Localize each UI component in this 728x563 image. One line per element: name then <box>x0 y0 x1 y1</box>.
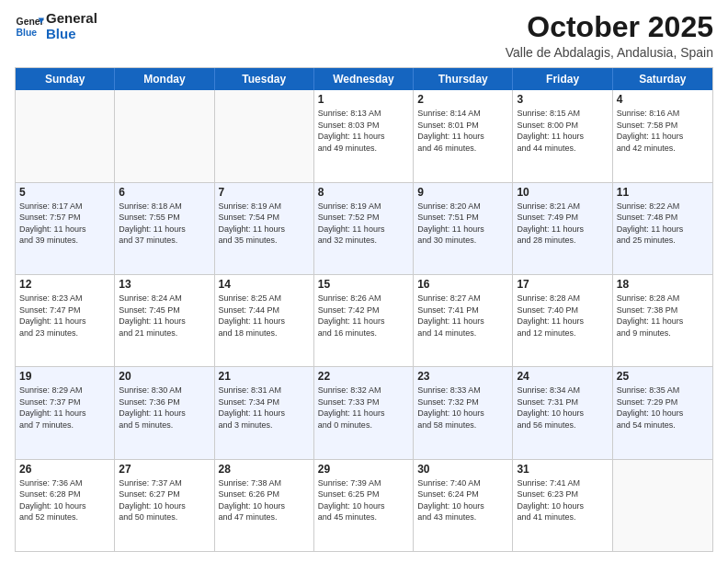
week-row: 12Sunrise: 8:23 AM Sunset: 7:47 PM Dayli… <box>16 275 712 367</box>
day-info: Sunrise: 8:28 AM Sunset: 7:38 PM Dayligh… <box>617 293 709 339</box>
week-row: 5Sunrise: 8:17 AM Sunset: 7:57 PM Daylig… <box>16 183 712 275</box>
day-info: Sunrise: 8:19 AM Sunset: 7:52 PM Dayligh… <box>318 201 409 247</box>
day-cell: 25Sunrise: 8:35 AM Sunset: 7:29 PM Dayli… <box>613 367 712 458</box>
week-row: 26Sunrise: 7:36 AM Sunset: 6:28 PM Dayli… <box>16 460 712 551</box>
day-cell: 6Sunrise: 8:18 AM Sunset: 7:55 PM Daylig… <box>115 183 214 274</box>
day-number: 6 <box>119 186 210 199</box>
day-info: Sunrise: 8:34 AM Sunset: 7:31 PM Dayligh… <box>517 385 608 431</box>
day-info: Sunrise: 8:20 AM Sunset: 7:51 PM Dayligh… <box>417 201 508 247</box>
day-info: Sunrise: 8:17 AM Sunset: 7:57 PM Dayligh… <box>19 201 110 247</box>
day-cell: 5Sunrise: 8:17 AM Sunset: 7:57 PM Daylig… <box>16 183 115 274</box>
day-info: Sunrise: 8:21 AM Sunset: 7:49 PM Dayligh… <box>517 201 608 247</box>
day-info: Sunrise: 8:14 AM Sunset: 8:01 PM Dayligh… <box>417 108 508 154</box>
day-number: 21 <box>219 370 310 383</box>
day-cell: 17Sunrise: 8:28 AM Sunset: 7:40 PM Dayli… <box>513 275 612 366</box>
day-info: Sunrise: 8:13 AM Sunset: 8:03 PM Dayligh… <box>318 108 409 154</box>
day-info: Sunrise: 8:25 AM Sunset: 7:44 PM Dayligh… <box>219 293 310 339</box>
day-info: Sunrise: 7:37 AM Sunset: 6:27 PM Dayligh… <box>119 477 210 523</box>
day-cell: 3Sunrise: 8:15 AM Sunset: 8:00 PM Daylig… <box>513 90 612 181</box>
day-info: Sunrise: 8:29 AM Sunset: 7:37 PM Dayligh… <box>19 385 110 431</box>
day-info: Sunrise: 8:19 AM Sunset: 7:54 PM Dayligh… <box>219 201 310 247</box>
day-cell <box>115 90 214 181</box>
day-cell: 14Sunrise: 8:25 AM Sunset: 7:44 PM Dayli… <box>215 275 314 366</box>
day-cell: 12Sunrise: 8:23 AM Sunset: 7:47 PM Dayli… <box>16 275 115 366</box>
day-number: 4 <box>617 93 709 106</box>
day-cell: 18Sunrise: 8:28 AM Sunset: 7:38 PM Dayli… <box>613 275 712 366</box>
day-cell: 27Sunrise: 7:37 AM Sunset: 6:27 PM Dayli… <box>115 460 214 551</box>
day-number: 13 <box>119 278 210 291</box>
day-info: Sunrise: 8:23 AM Sunset: 7:47 PM Dayligh… <box>19 293 110 339</box>
day-cell: 28Sunrise: 7:38 AM Sunset: 6:26 PM Dayli… <box>215 460 314 551</box>
day-cell: 10Sunrise: 8:21 AM Sunset: 7:49 PM Dayli… <box>513 183 612 274</box>
day-number: 14 <box>219 278 310 291</box>
day-header: Thursday <box>414 68 513 90</box>
day-number: 20 <box>119 370 210 383</box>
day-cell: 4Sunrise: 8:16 AM Sunset: 7:58 PM Daylig… <box>613 90 712 181</box>
title-section: October 2025 Valle de Abdalagis, Andalus… <box>506 11 713 60</box>
day-header: Friday <box>513 68 612 90</box>
day-cell: 31Sunrise: 7:41 AM Sunset: 6:23 PM Dayli… <box>513 460 612 551</box>
day-number: 15 <box>318 278 409 291</box>
day-number: 8 <box>318 186 409 199</box>
day-cell: 8Sunrise: 8:19 AM Sunset: 7:52 PM Daylig… <box>314 183 414 274</box>
day-cell: 26Sunrise: 7:36 AM Sunset: 6:28 PM Dayli… <box>16 460 115 551</box>
day-number: 1 <box>318 93 409 106</box>
day-cell: 29Sunrise: 7:39 AM Sunset: 6:25 PM Dayli… <box>314 460 414 551</box>
day-info: Sunrise: 8:26 AM Sunset: 7:42 PM Dayligh… <box>318 293 409 339</box>
day-number: 17 <box>517 278 608 291</box>
day-info: Sunrise: 7:38 AM Sunset: 6:26 PM Dayligh… <box>219 477 310 523</box>
day-info: Sunrise: 8:35 AM Sunset: 7:29 PM Dayligh… <box>617 385 709 431</box>
day-cell <box>613 460 712 551</box>
day-info: Sunrise: 8:33 AM Sunset: 7:32 PM Dayligh… <box>417 385 508 431</box>
day-number: 5 <box>19 186 110 199</box>
day-number: 25 <box>617 370 709 383</box>
day-info: Sunrise: 8:30 AM Sunset: 7:36 PM Dayligh… <box>119 385 210 431</box>
logo-blue: Blue <box>46 27 97 42</box>
day-info: Sunrise: 7:36 AM Sunset: 6:28 PM Dayligh… <box>19 477 110 523</box>
day-number: 24 <box>517 370 608 383</box>
day-info: Sunrise: 8:27 AM Sunset: 7:41 PM Dayligh… <box>417 293 508 339</box>
day-info: Sunrise: 8:31 AM Sunset: 7:34 PM Dayligh… <box>219 385 310 431</box>
svg-text:Blue: Blue <box>17 27 38 37</box>
day-cell: 23Sunrise: 8:33 AM Sunset: 7:32 PM Dayli… <box>414 367 513 458</box>
day-header: Sunday <box>16 68 115 90</box>
day-number: 26 <box>19 463 110 476</box>
day-info: Sunrise: 8:18 AM Sunset: 7:55 PM Dayligh… <box>119 201 210 247</box>
day-info: Sunrise: 7:41 AM Sunset: 6:23 PM Dayligh… <box>517 477 608 523</box>
day-cell: 9Sunrise: 8:20 AM Sunset: 7:51 PM Daylig… <box>414 183 513 274</box>
logo-general: General <box>46 11 97 27</box>
day-cell: 20Sunrise: 8:30 AM Sunset: 7:36 PM Dayli… <box>115 367 214 458</box>
day-cell: 15Sunrise: 8:26 AM Sunset: 7:42 PM Dayli… <box>314 275 414 366</box>
day-info: Sunrise: 8:16 AM Sunset: 7:58 PM Dayligh… <box>617 108 709 154</box>
day-info: Sunrise: 8:28 AM Sunset: 7:40 PM Dayligh… <box>517 293 608 339</box>
day-number: 2 <box>417 93 508 106</box>
day-number: 22 <box>318 370 409 383</box>
day-number: 3 <box>517 93 608 106</box>
logo-icon: General Blue <box>15 12 44 41</box>
location: Valle de Abdalagis, Andalusia, Spain <box>506 45 713 60</box>
day-info: Sunrise: 8:24 AM Sunset: 7:45 PM Dayligh… <box>119 293 210 339</box>
day-info: Sunrise: 7:39 AM Sunset: 6:25 PM Dayligh… <box>318 477 409 523</box>
day-number: 18 <box>617 278 709 291</box>
day-number: 29 <box>318 463 409 476</box>
month-title: October 2025 <box>506 11 713 43</box>
day-header: Tuesday <box>215 68 314 90</box>
day-header: Wednesday <box>314 68 414 90</box>
day-cell: 21Sunrise: 8:31 AM Sunset: 7:34 PM Dayli… <box>215 367 314 458</box>
day-headers: SundayMondayTuesdayWednesdayThursdayFrid… <box>16 68 712 90</box>
day-number: 10 <box>517 186 608 199</box>
calendar: SundayMondayTuesdayWednesdayThursdayFrid… <box>15 67 713 552</box>
week-row: 19Sunrise: 8:29 AM Sunset: 7:37 PM Dayli… <box>16 367 712 459</box>
logo: General Blue General Blue <box>15 11 97 41</box>
day-cell: 1Sunrise: 8:13 AM Sunset: 8:03 PM Daylig… <box>314 90 414 181</box>
day-number: 16 <box>417 278 508 291</box>
day-cell: 24Sunrise: 8:34 AM Sunset: 7:31 PM Dayli… <box>513 367 612 458</box>
day-cell: 11Sunrise: 8:22 AM Sunset: 7:48 PM Dayli… <box>613 183 712 274</box>
day-number: 11 <box>617 186 709 199</box>
day-cell: 30Sunrise: 7:40 AM Sunset: 6:24 PM Dayli… <box>414 460 513 551</box>
day-cell: 22Sunrise: 8:32 AM Sunset: 7:33 PM Dayli… <box>314 367 414 458</box>
day-number: 31 <box>517 463 608 476</box>
day-info: Sunrise: 8:32 AM Sunset: 7:33 PM Dayligh… <box>318 385 409 431</box>
day-cell <box>215 90 314 181</box>
day-number: 23 <box>417 370 508 383</box>
